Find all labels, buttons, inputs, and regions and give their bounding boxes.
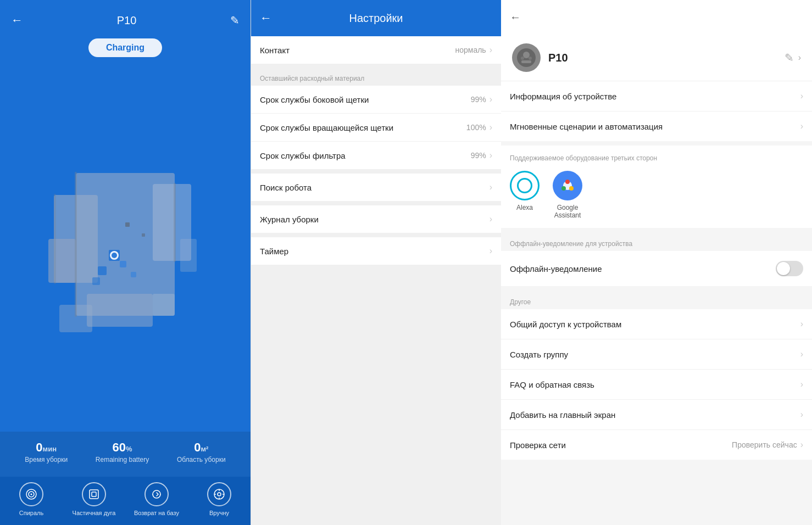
panel1-title: P10 [117,14,137,27]
side-brush-chevron: › [490,94,492,104]
offline-section-label: Оффлайн-уведомление для устройства [501,232,812,251]
svg-rect-4 [48,239,76,283]
vacuum-panel: ← P10 ✎ Charging [0,0,251,525]
svg-point-33 [521,57,524,60]
faq-chevron: › [800,379,803,389]
device-info-panel: ← P10 ✎ › Информация об устройстве › Мгн… [501,0,812,525]
svg-rect-23 [90,490,98,499]
map-area [0,57,251,432]
charging-status: Charging [88,38,162,57]
alexa-icon [510,171,540,200]
share-devices-label: Общий доступ к устройствам [510,320,800,329]
action-bar: Спираль Частичная дуга Возврат на базу [0,477,251,525]
add-homescreen-chevron: › [800,410,803,420]
device-avatar [512,43,541,72]
third-party-icons: Alexa GoogleAssistant [510,171,803,219]
google-label: GoogleAssistant [554,204,581,219]
svg-rect-13 [54,194,56,284]
alexa-label: Alexa [516,204,533,211]
stat-time: 0мин Время уборки [25,440,68,463]
spiral-icon [19,482,43,506]
main-nav-group: Информация об устройстве › Мгновенные сц… [501,81,812,141]
add-homescreen-row[interactable]: Добавить на главный экран › [501,400,812,430]
google-assistant-item[interactable]: GoogleAssistant [553,171,582,219]
settings-title: Настройки [281,12,471,25]
svg-rect-12 [174,183,176,262]
svg-rect-8 [120,261,126,267]
contact-value: нормаль [455,46,486,54]
device-info-row: P10 ✎ › [501,35,812,81]
action-partial-arc[interactable]: Частичная дуга [63,482,125,516]
spiral-label: Спираль [19,510,43,516]
faq-row[interactable]: FAQ и обратная связь › [501,370,812,400]
side-brush-row[interactable]: Срок службы боковой щетки 99% › [251,86,501,114]
contact-group: Контакт нормаль › [251,36,501,64]
create-group-row[interactable]: Создать группу › [501,339,812,370]
device-name: P10 [548,52,785,64]
share-devices-row[interactable]: Общий доступ к устройствам › [501,309,812,339]
svg-rect-14 [153,294,175,316]
cleaning-log-group: Журнал уборки › [251,205,501,233]
other-section-label: Другое [501,291,812,309]
stat-battery-label: Remaining battery [96,456,149,463]
side-brush-value: 99% [471,95,486,104]
svg-rect-11 [75,172,77,317]
svg-point-34 [529,57,532,60]
alexa-item[interactable]: Alexa [510,171,540,219]
contact-row[interactable]: Контакт нормаль › [251,36,501,64]
action-spiral[interactable]: Спираль [0,482,63,516]
network-check-row[interactable]: Проверка сети Проверить сейчас › [501,430,812,460]
side-brush-label: Срок службы боковой щетки [260,95,471,104]
timer-row[interactable]: Таймер › [251,237,501,265]
settings-header: ← Настройки [251,0,501,36]
manual-icon [207,482,231,506]
back-button[interactable]: ← [11,13,23,27]
device-edit-button[interactable]: ✎ [785,51,794,64]
return-icon [144,482,169,506]
cleaning-log-row[interactable]: Журнал уборки › [251,205,501,233]
device-info-chevron: › [800,91,803,101]
svg-point-39 [569,186,574,191]
filter-row[interactable]: Срок службы фильтра 99% › [251,142,501,169]
stat-time-label: Время уборки [25,456,68,463]
add-homescreen-label: Добавить на главный экран [510,410,800,420]
device-info-link[interactable]: Информация об устройстве › [501,81,812,111]
cleaning-log-label: Журнал уборки [260,215,490,224]
find-robot-chevron: › [490,182,492,192]
scenarios-label: Мгновенные сценарии и автоматизация [510,122,800,131]
offline-notification-label: Оффлайн-уведомление [510,264,776,273]
rolling-brush-chevron: › [490,122,492,132]
panel3-back-button[interactable]: ← [510,11,521,24]
svg-rect-7 [98,266,107,275]
consumables-group: Срок службы боковой щетки 99% › Срок слу… [251,86,501,169]
settings-content: Контакт нормаль › Оставшийся расходный м… [251,36,501,525]
svg-rect-10 [131,272,136,277]
find-robot-group: Поиск робота › [251,174,501,201]
create-group-label: Создать группу [510,350,800,359]
contact-label: Контакт [260,46,455,55]
filter-chevron: › [490,150,492,160]
third-party-label: Поддерживаемое оборудование третьих стор… [510,154,803,166]
charging-badge-container: Charging [0,38,251,57]
contact-chevron: › [490,45,492,55]
device-avatar-icon [516,47,537,68]
stat-area-label: Область уборки [177,456,226,463]
panel3-header: ← [501,0,812,35]
settings-back-button[interactable]: ← [260,11,272,25]
edit-button[interactable]: ✎ [230,14,240,27]
filter-value: 99% [471,151,486,160]
action-return[interactable]: Возврат на базу [125,482,188,516]
rolling-brush-row[interactable]: Срок службы вращающейся щетки 100% › [251,114,501,142]
stat-area: 0м² Область уборки [177,440,226,463]
partial-arc-label: Частичная дуга [73,510,116,516]
scenarios-link[interactable]: Мгновенные сценарии и автоматизация › [501,111,812,141]
network-check-label: Проверка сети [510,440,732,450]
toggle-thumb [777,262,790,275]
cleaning-log-chevron: › [490,214,492,224]
action-manual[interactable]: Вручну [188,482,251,516]
svg-point-38 [565,180,570,184]
panel1-header: ← P10 ✎ [0,0,251,36]
offline-toggle[interactable] [776,261,803,276]
manual-label: Вручну [209,510,229,516]
find-robot-row[interactable]: Поиск робота › [251,174,501,201]
